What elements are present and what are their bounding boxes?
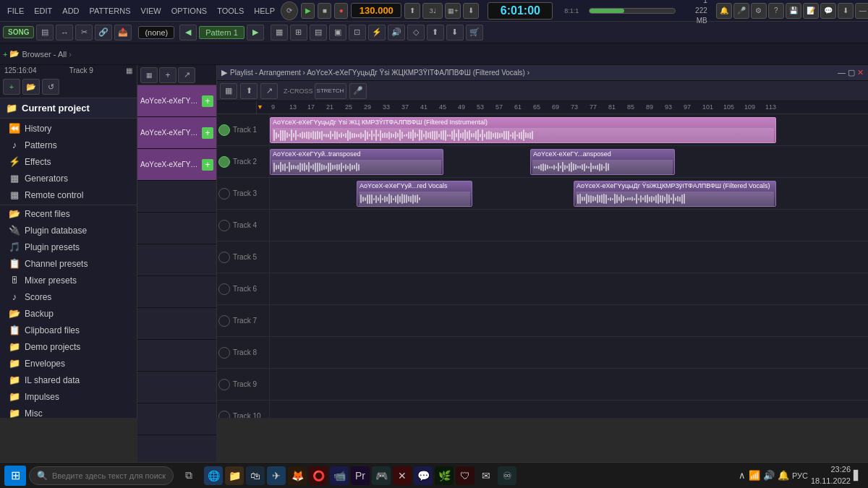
tb-btn-3[interactable]: ✂: [75, 25, 93, 40]
app-kaspersky[interactable]: 🛡: [456, 466, 475, 485]
track-mute-8[interactable]: [218, 347, 230, 359]
app-edge[interactable]: 🌐: [204, 466, 223, 485]
app-yandex[interactable]: 🌿: [435, 466, 454, 485]
sidebar-item-demo[interactable]: 📁 Demo projects: [0, 338, 137, 355]
icon-btn-1[interactable]: 🔔: [716, 3, 732, 19]
track-mute-2[interactable]: [218, 156, 230, 168]
playlist-tb-3[interactable]: ↗: [260, 83, 278, 99]
menu-view[interactable]: VIEW: [137, 5, 166, 17]
menu-add[interactable]: ADD: [58, 5, 83, 17]
start-button[interactable]: ⊞: [4, 466, 26, 486]
taskview-icon[interactable]: ⧉: [185, 469, 192, 481]
record-btn[interactable]: ●: [334, 3, 348, 19]
sidebar-item-history[interactable]: ⏪ History: [0, 120, 137, 137]
app-steam2[interactable]: ♾: [498, 466, 516, 485]
icon-btn-4[interactable]: ?: [768, 3, 784, 19]
app-zoom[interactable]: 📹: [330, 466, 349, 485]
sidebar-add-btn[interactable]: +: [3, 79, 20, 95]
taskbar-search-box[interactable]: 🔍: [29, 466, 174, 485]
menu-file[interactable]: FILE: [3, 5, 28, 17]
mix-btn-9[interactable]: ⬆: [427, 25, 444, 40]
clip-track2-b[interactable]: AoYceX-eXeГY...ansposed: [530, 149, 675, 175]
sidebar-item-envelopes[interactable]: 📁 Envelopes: [0, 355, 137, 372]
track-mute-6[interactable]: [218, 283, 230, 295]
menu-edit[interactable]: EDIT: [30, 5, 56, 17]
nav-counter[interactable]: 3♩: [422, 3, 443, 19]
nav-beats[interactable]: ▦+: [445, 3, 461, 19]
sidebar-refresh-btn[interactable]: ↺: [42, 79, 59, 95]
mix-btn-2[interactable]: ⊞: [290, 25, 307, 40]
mix-btn-5[interactable]: ⊡: [349, 25, 366, 40]
sidebar-item-patterns[interactable]: ♪ Patterns: [0, 137, 137, 153]
mix-btn-11[interactable]: 🛒: [466, 25, 483, 40]
browser-add-btn[interactable]: +: [3, 50, 7, 59]
app-discord[interactable]: 💬: [414, 466, 433, 485]
playlist-maximize-icon[interactable]: ▢: [848, 68, 855, 77]
app-opera[interactable]: ⭕: [309, 466, 328, 485]
sidebar-item-generators[interactable]: ▦ Generators: [0, 170, 137, 187]
track-list-add-icon[interactable]: +: [159, 67, 176, 83]
track-content-6[interactable]: [270, 273, 868, 304]
mix-btn-10[interactable]: ⬇: [446, 25, 464, 40]
track-mute-3[interactable]: [218, 188, 230, 200]
icon-btn-6[interactable]: 📝: [803, 3, 819, 19]
playlist-tb-2[interactable]: ⬆: [240, 83, 258, 99]
sidebar-item-remote[interactable]: ▦ Remote control: [0, 187, 137, 203]
systray-show-desktop[interactable]: ▋: [854, 470, 861, 481]
sidebar-item-effects[interactable]: ⚡ Effects: [0, 153, 137, 170]
track-mute-5[interactable]: [218, 252, 230, 263]
icon-btn-8[interactable]: ⬇: [838, 3, 854, 19]
track-content-2[interactable]: AoYceX-eXeГYуй..transposed AoYceX-eXeГY.…: [270, 146, 868, 177]
icon-btn-2[interactable]: 🎤: [733, 3, 749, 19]
track-entry-2-add[interactable]: +: [202, 127, 213, 139]
menu-tools[interactable]: TOOLS: [213, 5, 248, 17]
sidebar-folder-btn[interactable]: 📂: [22, 79, 40, 95]
app-mail[interactable]: ✉: [477, 466, 495, 485]
track-content-1[interactable]: AoYceX-eXeГYуцыДг Ysi ЖЦ КМРЗŸIТФАЛПВФШ …: [270, 114, 868, 145]
icon-btn-5[interactable]: 💾: [786, 3, 801, 19]
playlist-tb-5[interactable]: 🎤: [349, 83, 367, 99]
track-list-cursor-icon[interactable]: ↗: [178, 67, 195, 83]
playlist-close-icon[interactable]: ✕: [857, 68, 864, 77]
stretch-btn[interactable]: STRETCH: [315, 83, 346, 99]
browser-path[interactable]: Browser - All: [22, 50, 67, 59]
app-steam[interactable]: 🎮: [372, 466, 391, 485]
sidebar-item-plugin-presets[interactable]: 🎵 Plugin presets: [0, 239, 137, 255]
current-project-item[interactable]: 📁 Current project: [0, 98, 137, 119]
systray-chevron[interactable]: ∧: [739, 470, 746, 481]
track-entry-3[interactable]: AoYceX-eXeГYуй... +: [137, 149, 216, 181]
stop-btn[interactable]: ■: [318, 3, 331, 19]
track-content-4[interactable]: [270, 210, 868, 241]
sidebar-item-scores[interactable]: ♪ Scores: [0, 288, 137, 305]
track-content-7[interactable]: [270, 305, 868, 336]
sidebar-item-plugin-db[interactable]: 🔌 Plugin database: [0, 222, 137, 239]
track-content-3[interactable]: AoYceX-eXeГYуй...red Vocals AoYceX-eXeГY…: [270, 178, 868, 209]
sidebar-item-recent[interactable]: 📂 Recent files: [0, 205, 137, 222]
track-list-mixer-icon[interactable]: ▦: [140, 67, 158, 83]
mix-btn-1[interactable]: ▦: [271, 25, 288, 40]
app-files[interactable]: 📁: [225, 466, 244, 485]
systray-network[interactable]: 📶: [749, 470, 760, 481]
track-mute-7[interactable]: [218, 315, 230, 327]
mix-btn-7[interactable]: 🔊: [388, 25, 405, 40]
icon-btn-3[interactable]: ⚙: [751, 3, 767, 19]
track-mute-10[interactable]: [218, 411, 230, 419]
mix-btn-6[interactable]: ⚡: [368, 25, 386, 40]
track-content-5[interactable]: [270, 241, 868, 273]
tb-btn-1[interactable]: ▤: [36, 25, 54, 40]
track-content-10[interactable]: [270, 401, 868, 418]
playlist-tb-1[interactable]: ▦: [220, 83, 237, 99]
loop-btn[interactable]: ⟳: [281, 1, 298, 20]
menu-options[interactable]: OPTIONS: [167, 5, 212, 17]
sidebar-item-impulses[interactable]: 📁 Impulses: [0, 388, 137, 405]
track-content-8[interactable]: [270, 337, 868, 368]
sidebar-item-misc[interactable]: 📁 Misc: [0, 405, 137, 418]
menu-help[interactable]: HELP: [250, 5, 279, 17]
playlist-minimize-icon[interactable]: —: [838, 68, 846, 77]
app-firefox[interactable]: 🦊: [288, 466, 307, 485]
app-telegram[interactable]: ✈: [267, 466, 286, 485]
clip-track3-a[interactable]: AoYceX-eXeГYуй...red Vocals: [357, 181, 472, 207]
clip-track3-b[interactable]: AoYceX-eXeГYуцыДг ŸsiЖЦКМРЗÿIТФАЛПВФШ (F…: [574, 181, 776, 207]
nav-up[interactable]: ⬆: [404, 3, 420, 19]
sidebar-item-clipboard[interactable]: 📋 Clipboard files: [0, 322, 137, 338]
